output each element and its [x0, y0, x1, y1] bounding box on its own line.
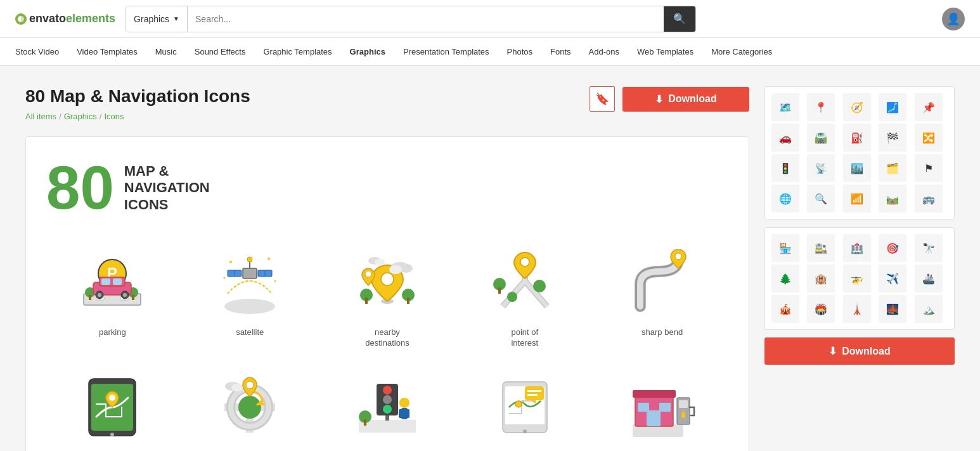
- nearby-destinations-label: nearbydestinations: [365, 327, 409, 349]
- thumb-29[interactable]: ✈️: [879, 265, 906, 292]
- user-avatar[interactable]: 👤: [942, 8, 965, 30]
- roundabout-svg: [215, 372, 285, 442]
- thumb-33[interactable]: 🗼: [843, 295, 871, 323]
- chevron-down-icon: ▼: [173, 15, 179, 22]
- svg-point-84: [523, 429, 527, 433]
- download-icon-top: ⬇: [655, 93, 663, 105]
- logo[interactable]: envatoelements: [15, 12, 115, 25]
- thumb-11[interactable]: 🚦: [771, 154, 799, 182]
- category-label: Graphics: [134, 14, 169, 24]
- thumb-21[interactable]: 🏪: [771, 234, 799, 262]
- svg-rect-88: [647, 410, 661, 426]
- search-button[interactable]: 🔍: [664, 6, 695, 32]
- thumb-panel-top: 🗺️ 📍 🧭 🗾 📌 🚗 🛣️ ⛽ 🏁 🔀 🚦 📡 🏙️ 🗂️ ⚑ 🌐 🔍 📶 …: [764, 86, 955, 219]
- thumb-6[interactable]: 🚗: [771, 124, 799, 152]
- thumb-15[interactable]: ⚑: [915, 154, 943, 182]
- nav-stock-video[interactable]: Stock Video: [15, 44, 59, 59]
- svg-rect-11: [101, 278, 110, 285]
- thumb-2[interactable]: 📍: [807, 93, 835, 121]
- svg-rect-81: [527, 390, 541, 392]
- gas-station-svg: [628, 372, 697, 442]
- nav-graphics[interactable]: Graphics: [350, 44, 385, 59]
- logo-text: envatoelements: [29, 12, 115, 25]
- speed-trap-placeholder: [349, 369, 425, 445]
- breadcrumb-all-items[interactable]: All items: [25, 112, 56, 121]
- nav-photos[interactable]: Photos: [507, 44, 532, 59]
- svg-rect-32: [407, 297, 409, 304]
- thumb-18[interactable]: 📶: [843, 185, 871, 212]
- title-actions: 🔖 ⬇ Download: [590, 86, 749, 112]
- svg-point-24: [247, 257, 252, 262]
- breadcrumb-sep-2: /: [100, 112, 102, 121]
- nav-addons[interactable]: Add-ons: [589, 44, 619, 59]
- thumb-17[interactable]: 🔍: [807, 185, 835, 212]
- thumb-28[interactable]: 🚁: [843, 265, 871, 292]
- nav-fonts[interactable]: Fonts: [550, 44, 571, 59]
- svg-point-34: [381, 273, 394, 285]
- speed-trap-svg: [352, 372, 422, 442]
- thumb-14[interactable]: 🗂️: [879, 154, 906, 182]
- thumb-5[interactable]: 📌: [915, 93, 943, 121]
- icon-route-map: route map: [46, 362, 179, 451]
- svg-point-45: [520, 258, 529, 266]
- breadcrumb-graphics[interactable]: Graphics: [64, 112, 97, 121]
- svg-rect-42: [498, 287, 501, 294]
- thumb-20[interactable]: 🚌: [915, 185, 943, 212]
- download-button-top[interactable]: ⬇ Download: [622, 87, 749, 112]
- breadcrumb-icons[interactable]: Icons: [104, 112, 124, 121]
- thumb-24[interactable]: 🎯: [879, 234, 906, 262]
- category-dropdown[interactable]: Graphics ▼: [126, 6, 188, 32]
- preview-header: 80 MAP &NAVIGATIONICONS: [46, 157, 210, 218]
- nav-more-categories[interactable]: More Categories: [711, 44, 772, 59]
- svg-point-46: [675, 253, 681, 259]
- thumb-7[interactable]: 🛣️: [807, 124, 835, 152]
- thumb-25[interactable]: 🔭: [915, 234, 943, 262]
- nav-web-templates[interactable]: Web Templates: [637, 44, 693, 59]
- thumb-32[interactable]: 🏟️: [807, 295, 835, 323]
- thumb-9[interactable]: 🏁: [879, 124, 906, 152]
- thumb-1[interactable]: 🗺️: [771, 93, 799, 121]
- main-content: 80 Map & Navigation Icons All items / Gr…: [0, 66, 980, 451]
- title-block: 80 Map & Navigation Icons All items / Gr…: [25, 86, 250, 121]
- download-icon-bottom: ⬇: [828, 345, 837, 357]
- map-chat-svg: [490, 372, 560, 442]
- thumb-4[interactable]: 🗾: [879, 93, 906, 121]
- content-area: 80 Map & Navigation Icons All items / Gr…: [25, 86, 749, 451]
- download-label-bottom: Download: [842, 346, 890, 357]
- search-input[interactable]: [188, 6, 664, 32]
- svg-point-37: [400, 264, 413, 273]
- thumb-26[interactable]: 🌲: [771, 265, 799, 292]
- svg-point-83: [515, 401, 522, 407]
- svg-rect-12: [113, 278, 122, 285]
- nav-graphic-templates[interactable]: Graphic Templates: [263, 44, 332, 59]
- main-nav: Stock Video Video Templates Music Sound …: [0, 38, 980, 66]
- thumb-35[interactable]: 🏔️: [915, 295, 943, 323]
- route-map-svg: [77, 372, 147, 442]
- svg-point-38: [389, 265, 402, 274]
- download-button-bottom[interactable]: ⬇ Download: [764, 337, 955, 365]
- thumb-8[interactable]: ⛽: [843, 124, 871, 152]
- bookmark-button[interactable]: 🔖: [590, 86, 615, 112]
- thumb-3[interactable]: 🧭: [843, 93, 871, 121]
- nav-video-templates[interactable]: Video Templates: [77, 44, 138, 59]
- thumb-16[interactable]: 🌐: [771, 185, 799, 212]
- thumb-13[interactable]: 🏙️: [843, 154, 871, 182]
- icon-speed-trap: speed trap: [321, 362, 454, 451]
- thumb-34[interactable]: 🌉: [879, 295, 906, 323]
- svg-point-71: [399, 398, 409, 408]
- thumb-30[interactable]: 🚢: [915, 265, 943, 292]
- point-of-interest-placeholder: [487, 246, 563, 322]
- thumb-27[interactable]: 🏨: [807, 265, 835, 292]
- nav-music[interactable]: Music: [155, 44, 177, 59]
- thumb-22[interactable]: 🚉: [807, 234, 835, 262]
- thumb-31[interactable]: 🎪: [771, 295, 799, 323]
- thumb-12[interactable]: 📡: [807, 154, 835, 182]
- thumb-19[interactable]: 🛤️: [879, 185, 906, 212]
- nav-sound-effects[interactable]: Sound Effects: [195, 44, 246, 59]
- svg-point-44: [533, 280, 546, 292]
- thumb-23[interactable]: 🏥: [843, 234, 871, 262]
- thumb-10[interactable]: 🔀: [915, 124, 943, 152]
- nav-presentation-templates[interactable]: Presentation Templates: [403, 44, 489, 59]
- parking-icon-placeholder: P: [74, 246, 150, 322]
- page-title-row: 80 Map & Navigation Icons All items / Gr…: [25, 86, 749, 121]
